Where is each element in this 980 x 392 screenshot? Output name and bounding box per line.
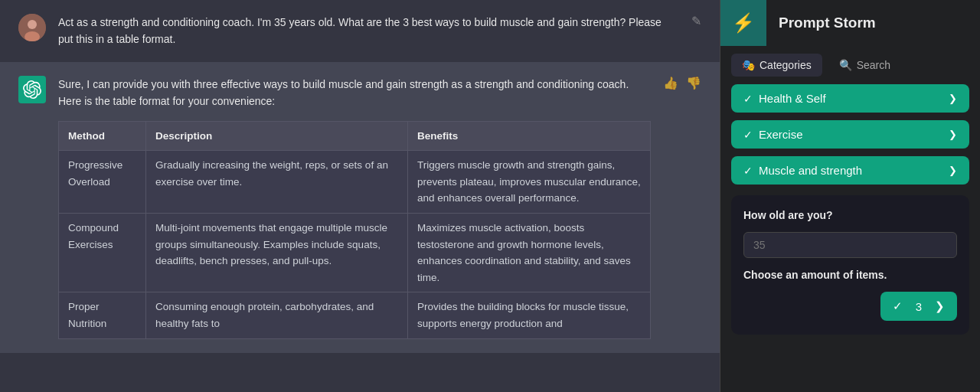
col-benefits: Benefits — [407, 121, 650, 151]
table-row: Progressive OverloadGradually increasing… — [59, 151, 651, 214]
muscle-chevron-icon: ❯ — [949, 165, 957, 176]
form-section: How old are you? Choose an amount of ite… — [731, 195, 969, 335]
amount-check-icon: ✓ — [893, 299, 903, 313]
exercise-check-icon: ✓ — [743, 129, 753, 141]
lightning-icon: ⚡ — [732, 12, 755, 34]
chat-area: Act as a strength and conditioning coach… — [0, 0, 720, 392]
edit-icon[interactable]: ✎ — [691, 14, 701, 28]
thumbs-down-icon[interactable]: 👎 — [686, 76, 701, 90]
user-message-row: Act as a strength and conditioning coach… — [0, 0, 720, 62]
tab-search[interactable]: 🔍 Search — [828, 54, 901, 77]
user-avatar — [18, 14, 46, 41]
categories-tab-label: Categories — [760, 59, 812, 71]
muscle-strength-label: Muscle and strength — [759, 164, 862, 177]
col-description: Description — [145, 121, 407, 151]
sidebar: ⚡ Prompt Storm 🎭 Categories 🔍 Search ✓ H… — [720, 0, 980, 392]
muscle-check-icon: ✓ — [743, 165, 753, 177]
amount-chevron-icon: ❯ — [935, 299, 945, 313]
sidebar-title: Prompt Storm — [766, 15, 888, 31]
age-label: How old are you? — [743, 209, 957, 221]
ai-avatar — [18, 76, 46, 103]
user-message-text: Act as a strength and conditioning coach… — [58, 14, 679, 48]
categories-section: ✓ Health & Self ❯ ✓ Exercise ❯ ✓ Muscle … — [720, 84, 980, 185]
exercise-label: Exercise — [759, 128, 803, 141]
amount-label: Choose an amount of items. — [743, 269, 957, 281]
category-exercise[interactable]: ✓ Exercise ❯ — [731, 120, 969, 149]
tab-categories[interactable]: 🎭 Categories — [731, 54, 822, 77]
ai-intro-text: Sure, I can provide you with three effec… — [58, 76, 651, 110]
ai-message-content: Sure, I can provide you with three effec… — [58, 76, 651, 339]
search-tab-icon: 🔍 — [839, 59, 852, 71]
category-muscle-strength[interactable]: ✓ Muscle and strength ❯ — [731, 156, 969, 185]
table-row: Proper NutritionConsuming enough protein… — [59, 292, 651, 338]
user-message-actions: ✎ — [691, 14, 701, 28]
lightning-button[interactable]: ⚡ — [720, 0, 766, 46]
table-row: Compound ExercisesMulti-joint movements … — [59, 213, 651, 292]
amount-row: ✓ 3 ❯ — [743, 292, 957, 321]
category-health-self[interactable]: ✓ Health & Self ❯ — [731, 84, 969, 113]
age-input[interactable] — [743, 232, 957, 258]
sidebar-header: ⚡ Prompt Storm — [720, 0, 980, 46]
results-table: Method Description Benefits Progressive … — [58, 121, 651, 339]
amount-value: 3 — [916, 300, 922, 313]
categories-tab-icon: 🎭 — [742, 59, 755, 71]
col-method: Method — [59, 121, 146, 151]
health-self-label: Health & Self — [759, 92, 826, 105]
amount-dropdown[interactable]: ✓ 3 ❯ — [880, 292, 957, 321]
health-chevron-icon: ❯ — [949, 93, 957, 104]
health-check-icon: ✓ — [743, 93, 753, 105]
ai-message-row: Sure, I can provide you with three effec… — [0, 62, 720, 353]
ai-message-actions: 👍 👎 — [663, 76, 701, 90]
svg-point-1 — [28, 20, 37, 29]
tab-row: 🎭 Categories 🔍 Search — [720, 46, 980, 84]
thumbs-up-icon[interactable]: 👍 — [663, 76, 678, 90]
user-message-content: Act as a strength and conditioning coach… — [58, 16, 662, 45]
search-tab-label: Search — [857, 59, 890, 71]
exercise-chevron-icon: ❯ — [949, 129, 957, 140]
